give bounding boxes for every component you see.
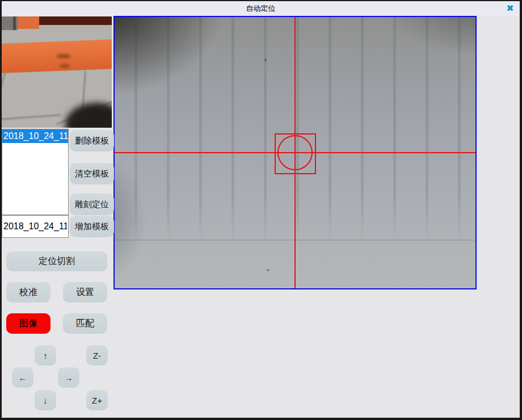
- thumb-dark-object: [65, 103, 112, 128]
- match-button[interactable]: 匹配: [63, 313, 107, 334]
- jog-left-button[interactable]: ←: [12, 367, 33, 388]
- target-circle: [277, 135, 313, 170]
- calibrate-button[interactable]: 校准: [6, 282, 50, 303]
- camera-speck: [267, 269, 270, 271]
- thumb-dark-strip: [39, 16, 112, 25]
- jog-z-plus-button[interactable]: Z+: [86, 390, 108, 410]
- delete-template-button[interactable]: 删除模板: [70, 130, 114, 152]
- thumb-beam-mark: [60, 64, 70, 68]
- thumb-beam-mark: [56, 54, 71, 58]
- jog-z-minus-button[interactable]: Z-: [86, 345, 108, 366]
- dialog-title: 自动定位: [246, 3, 276, 14]
- template-name-input[interactable]: [2, 215, 69, 238]
- thumb-grout-line: [2, 114, 61, 120]
- jog-up-button[interactable]: ↑: [35, 345, 56, 366]
- clear-templates-button[interactable]: 清空模板: [70, 163, 114, 184]
- camera-view: [113, 16, 477, 289]
- template-list[interactable]: 2018_10_24_11: [2, 129, 69, 215]
- thumb-orange-block: [18, 16, 39, 29]
- close-icon[interactable]: ✖: [504, 3, 516, 14]
- thumb-corner-tile: [2, 16, 18, 30]
- template-list-item-selected[interactable]: 2018_10_24_11: [2, 129, 68, 143]
- position-cut-button[interactable]: 定位切割: [6, 251, 107, 271]
- engrave-position-button[interactable]: 雕刻定位: [70, 194, 114, 215]
- camera-speck: [264, 59, 267, 61]
- settings-button[interactable]: 设置: [63, 282, 107, 303]
- auto-position-dialog: 自动定位 ✖ 2018_10_24_11 删除模板 清空模板 雕刻定位 增加模板…: [0, 0, 522, 420]
- jog-down-button[interactable]: ↓: [35, 390, 56, 410]
- add-template-button[interactable]: 增加模板: [70, 216, 114, 237]
- jog-right-button[interactable]: →: [58, 367, 79, 388]
- template-thumbnail: [2, 16, 112, 128]
- image-button[interactable]: 图像: [6, 313, 50, 334]
- thumb-grout-line: [2, 72, 6, 111]
- title-bar: 自动定位 ✖: [2, 1, 520, 16]
